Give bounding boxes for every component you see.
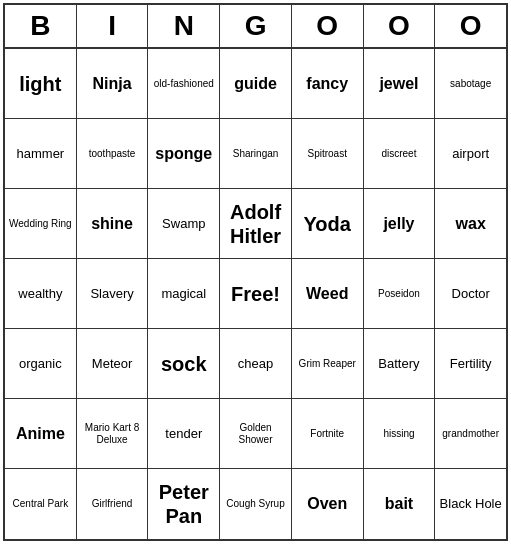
cell-0-6: sabotage <box>435 49 506 119</box>
cell-1-4: Spitroast <box>292 119 364 189</box>
header-cell-G: G <box>220 5 292 49</box>
cell-5-5: hissing <box>364 399 436 469</box>
header-cell-I: I <box>77 5 149 49</box>
cell-6-5: bait <box>364 469 436 539</box>
cell-2-4: Yoda <box>292 189 364 259</box>
cell-6-0: Central Park <box>5 469 77 539</box>
cell-2-0: Wedding Ring <box>5 189 77 259</box>
cell-4-3: cheap <box>220 329 292 399</box>
cell-5-6: grandmother <box>435 399 506 469</box>
cell-0-3: guide <box>220 49 292 119</box>
header-cell-O: O <box>364 5 436 49</box>
cell-5-1: Mario Kart 8 Deluxe <box>77 399 149 469</box>
cell-1-6: airport <box>435 119 506 189</box>
cell-1-3: Sharingan <box>220 119 292 189</box>
cell-6-3: Cough Syrup <box>220 469 292 539</box>
cell-2-1: shine <box>77 189 149 259</box>
cell-3-1: Slavery <box>77 259 149 329</box>
cell-1-5: discreet <box>364 119 436 189</box>
row-1: hammertoothpastespongeSharinganSpitroast… <box>5 119 506 189</box>
row-4: organicMeteorsockcheapGrim ReaperBattery… <box>5 329 506 399</box>
cell-2-6: wax <box>435 189 506 259</box>
cell-4-2: sock <box>148 329 220 399</box>
cell-5-4: Fortnite <box>292 399 364 469</box>
cell-0-2: old-fashioned <box>148 49 220 119</box>
cell-6-1: Girlfriend <box>77 469 149 539</box>
cell-3-0: wealthy <box>5 259 77 329</box>
cell-4-0: organic <box>5 329 77 399</box>
cell-0-4: fancy <box>292 49 364 119</box>
bingo-card: BINGOOO lightNinjaold-fashionedguidefanc… <box>3 3 508 541</box>
row-5: AnimeMario Kart 8 DeluxetenderGolden Sho… <box>5 399 506 469</box>
cell-5-0: Anime <box>5 399 77 469</box>
header-cell-N: N <box>148 5 220 49</box>
row-3: wealthySlaverymagicalFree!WeedPoseidonDo… <box>5 259 506 329</box>
row-2: Wedding RingshineSwampAdolf HitlerYodaje… <box>5 189 506 259</box>
cell-1-1: toothpaste <box>77 119 149 189</box>
header-cell-B: B <box>5 5 77 49</box>
cell-6-2: Peter Pan <box>148 469 220 539</box>
row-6: Central ParkGirlfriendPeter PanCough Syr… <box>5 469 506 539</box>
header-cell-O: O <box>292 5 364 49</box>
cell-3-3: Free! <box>220 259 292 329</box>
cell-2-5: jelly <box>364 189 436 259</box>
cell-4-5: Battery <box>364 329 436 399</box>
cell-3-2: magical <box>148 259 220 329</box>
grid: lightNinjaold-fashionedguidefancyjewelsa… <box>5 49 506 539</box>
cell-5-3: Golden Shower <box>220 399 292 469</box>
cell-2-3: Adolf Hitler <box>220 189 292 259</box>
cell-0-0: light <box>5 49 77 119</box>
header-cell-O: O <box>435 5 506 49</box>
cell-6-6: Black Hole <box>435 469 506 539</box>
row-0: lightNinjaold-fashionedguidefancyjewelsa… <box>5 49 506 119</box>
cell-1-0: hammer <box>5 119 77 189</box>
cell-0-5: jewel <box>364 49 436 119</box>
cell-4-6: Fertility <box>435 329 506 399</box>
cell-1-2: sponge <box>148 119 220 189</box>
cell-3-6: Doctor <box>435 259 506 329</box>
cell-4-4: Grim Reaper <box>292 329 364 399</box>
cell-3-5: Poseidon <box>364 259 436 329</box>
cell-3-4: Weed <box>292 259 364 329</box>
cell-6-4: Oven <box>292 469 364 539</box>
cell-5-2: tender <box>148 399 220 469</box>
cell-2-2: Swamp <box>148 189 220 259</box>
cell-0-1: Ninja <box>77 49 149 119</box>
header-row: BINGOOO <box>5 5 506 49</box>
cell-4-1: Meteor <box>77 329 149 399</box>
